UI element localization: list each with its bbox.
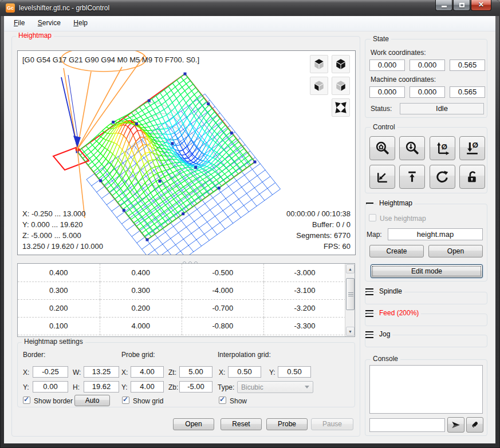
create-heightmap-button[interactable]: Create xyxy=(369,245,424,257)
scroll-up-button[interactable]: ▲ xyxy=(346,264,355,273)
interp-type-label: Type: xyxy=(218,383,234,391)
table-cell[interactable]: -0.500 xyxy=(182,264,263,282)
table-cell[interactable]: -4.000 xyxy=(182,282,263,299)
pause-button[interactable]: Pause xyxy=(311,418,353,430)
table-cell[interactable]: -3.200 xyxy=(263,299,345,317)
probe-x-field[interactable]: 4.00 xyxy=(131,366,164,378)
unlock-button[interactable] xyxy=(459,165,485,189)
border-y-field[interactable]: 0.00 xyxy=(33,381,68,393)
titlebar[interactable]: Gc levelshifter.gtl.nc - grblControl ✕ xyxy=(0,0,500,16)
table-cell[interactable]: -3.000 xyxy=(263,264,345,282)
show-grid-checkbox[interactable] xyxy=(122,397,129,404)
table-cell[interactable]: 0.300 xyxy=(100,282,182,299)
cube-front-icon xyxy=(313,80,325,92)
console-output[interactable] xyxy=(369,365,483,414)
interp-type-value: Bicubic xyxy=(241,383,263,391)
border-y-label: Y: xyxy=(23,383,29,391)
zero-xy-button[interactable]: Ø xyxy=(430,136,455,160)
restore-origin-button[interactable] xyxy=(369,165,395,189)
border-w-field[interactable]: 13.25 xyxy=(84,366,119,378)
safe-z-button[interactable] xyxy=(399,165,425,189)
border-x-field[interactable]: -0.25 xyxy=(33,366,68,378)
work-coordinates-label: Work coordinates: xyxy=(371,49,426,57)
table-cell[interactable]: -3.100 xyxy=(263,282,345,299)
heightmap-group-title: Heightmap xyxy=(16,31,54,39)
info-y-range: Y: 0.000 ... 19.620 xyxy=(22,219,103,230)
auto-button[interactable]: Auto xyxy=(74,395,110,406)
table-cell[interactable]: -0.800 xyxy=(182,317,263,335)
console-input[interactable] xyxy=(369,418,445,432)
zero-z-button[interactable]: Ø xyxy=(459,136,485,160)
table-cell[interactable]: 0.200 xyxy=(100,299,182,317)
table-cell[interactable]: 0.400 xyxy=(100,264,182,282)
close-button[interactable]: ✕ xyxy=(471,0,491,11)
map-name-field[interactable]: height.map xyxy=(388,228,483,240)
spindle-section-title: Spindle xyxy=(377,287,404,295)
scrollbar-thumb[interactable] xyxy=(346,278,355,310)
menu-help[interactable]: Help xyxy=(68,16,93,30)
fit-view-button[interactable] xyxy=(332,98,350,117)
work-x-field: 0.000 xyxy=(369,60,405,71)
view-isometric-button[interactable] xyxy=(332,55,350,73)
info-time: 00:00:00 / 00:10:38 xyxy=(286,208,351,219)
edit-mode-button[interactable]: Edit mode xyxy=(371,264,483,278)
machine-coordinates-label: Machine coordinates: xyxy=(371,76,436,84)
border-h-label: H: xyxy=(73,383,80,391)
show-border-checkbox[interactable] xyxy=(23,397,30,404)
close-icon: ✕ xyxy=(478,1,484,9)
interp-y-field[interactable]: 0.50 xyxy=(278,366,311,378)
show-grid-label: Show grid xyxy=(133,397,163,405)
probe-button[interactable]: Probe xyxy=(266,418,308,430)
table-cell[interactable]: 4.000 xyxy=(100,317,182,335)
interp-type-combo[interactable]: Bicubic xyxy=(237,381,313,393)
probe-zt-field[interactable]: 5.00 xyxy=(179,366,212,378)
table-cell[interactable]: 0.400 xyxy=(18,264,100,282)
viewport-3d[interactable]: [G0 G54 G17 G21 G90 G94 M0 M5 M9 T0 F700… xyxy=(17,50,356,255)
reset-grbl-button[interactable] xyxy=(430,165,455,189)
use-heightmap-checkbox[interactable] xyxy=(369,214,376,221)
machine-z-field: 0.565 xyxy=(450,86,485,98)
console-clear-button[interactable] xyxy=(466,417,483,433)
show-interp-label: Show xyxy=(230,397,247,405)
table-scrollbar[interactable]: ▲ ▼ xyxy=(345,264,355,336)
table-cell[interactable]: -3.300 xyxy=(263,317,345,335)
probe-y-field[interactable]: 4.00 xyxy=(131,381,164,393)
scroll-down-button[interactable]: ▼ xyxy=(346,327,355,336)
info-fps: FPS: 60 xyxy=(286,241,351,252)
interp-x-field[interactable]: 0.50 xyxy=(228,366,261,378)
table-cell[interactable]: -0.700 xyxy=(182,299,263,317)
border-h-field[interactable]: 19.62 xyxy=(84,381,119,393)
open-gcode-button[interactable]: Open xyxy=(173,418,214,430)
home-button[interactable] xyxy=(369,136,395,160)
probe-search-icon xyxy=(404,141,420,156)
cube-left-icon xyxy=(334,80,347,92)
probe-zb-field[interactable]: -5.00 xyxy=(179,381,212,393)
open-heightmap-button[interactable]: Open xyxy=(428,245,483,257)
safe-z-icon xyxy=(404,169,420,185)
status-value: Idle xyxy=(400,103,484,114)
menu-file-rest: ile xyxy=(18,19,25,27)
table-row: 0.2000.200-0.700-3.200 xyxy=(18,299,346,317)
maximize-button[interactable] xyxy=(453,0,470,11)
table-cell[interactable]: 0.300 xyxy=(18,282,100,299)
use-heightmap-label: Use heightmap xyxy=(380,215,426,223)
main-content: Heightmap [G0 G54 G17 G21 G90 G94 M0 M5 … xyxy=(4,31,495,443)
z-probe-button[interactable] xyxy=(399,136,425,160)
menu-service[interactable]: Service xyxy=(33,16,66,30)
show-interp-checkbox[interactable] xyxy=(219,397,226,404)
reset-button[interactable]: Reset xyxy=(221,418,262,430)
machine-x-field: 0.000 xyxy=(369,86,405,98)
view-front-button[interactable] xyxy=(310,77,328,95)
unlock-padlock-icon xyxy=(464,169,480,185)
home-search-icon xyxy=(375,141,390,156)
view-left-button[interactable] xyxy=(332,77,350,95)
view-top-button[interactable] xyxy=(310,55,328,73)
window-title: levelshifter.gtl.nc - grblControl xyxy=(19,4,109,12)
menu-file[interactable]: File xyxy=(9,16,30,30)
minimize-button[interactable] xyxy=(435,0,452,11)
console-send-button[interactable] xyxy=(447,417,464,433)
table-cell[interactable]: 0.200 xyxy=(18,299,100,317)
scroll-up-icon: ▲ xyxy=(348,267,352,271)
table-cell[interactable]: 0.100 xyxy=(18,317,100,335)
heightmap-table-body: 0.4000.400-0.500-3.0000.3000.300-4.000-3… xyxy=(18,264,346,335)
